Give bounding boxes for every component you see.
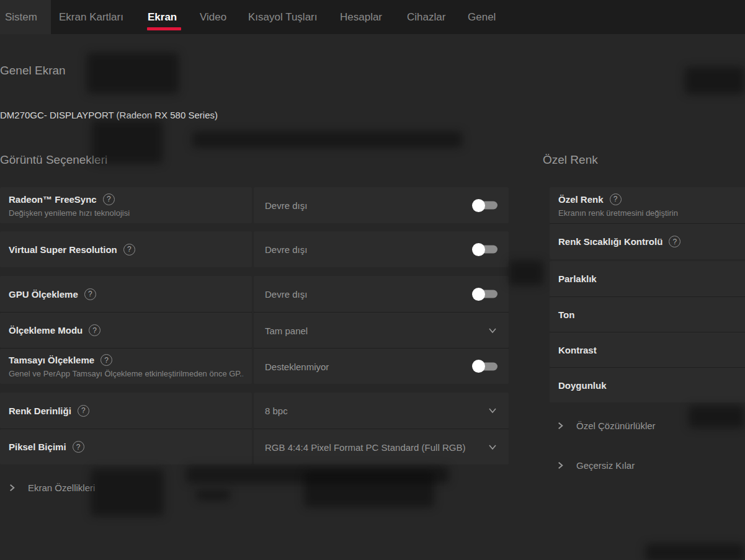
help-icon[interactable]: ? bbox=[73, 441, 84, 453]
blurred-region bbox=[192, 131, 462, 148]
freesync-value-cell: Devre dışı bbox=[254, 187, 509, 223]
expander-label: Özel Çözünürlükler bbox=[576, 420, 656, 431]
expander-overrides[interactable]: Geçersiz Kılar bbox=[556, 460, 635, 471]
help-icon[interactable]: ? bbox=[610, 193, 622, 205]
setting-row-saturation[interactable]: Doygunluk bbox=[550, 367, 745, 402]
setting-label: Renk Sıcaklığı Kontrolü bbox=[558, 236, 662, 247]
setting-label: Kontrast bbox=[558, 345, 597, 355]
group-color-format: Renk Derinliği ? 8 bpc Piksel Biçimi ? R… bbox=[0, 393, 509, 464]
setting-row-freesync: Radeon™ FreeSync ? Değişken yenileme hız… bbox=[0, 187, 509, 223]
expander-custom-resolutions[interactable]: Özel Çözünürlükler bbox=[556, 420, 656, 431]
tab-hesaplar[interactable]: Hesaplar bbox=[340, 0, 382, 34]
setting-label: Ton bbox=[558, 309, 574, 320]
setting-label: Renk Derinliği bbox=[9, 406, 71, 416]
setting-label: Parlaklık bbox=[558, 273, 597, 284]
help-icon[interactable]: ? bbox=[669, 236, 680, 247]
group-custom-color: Özel Renk ? Ekranın renk üretmesini deği… bbox=[550, 187, 745, 259]
help-icon[interactable]: ? bbox=[123, 244, 135, 256]
vsr-label-cell: Virtual Super Resolution ? bbox=[0, 231, 252, 267]
pixel-format-label-cell: Piksel Biçimi ? bbox=[0, 429, 252, 464]
toggle-switch[interactable] bbox=[474, 290, 497, 298]
setting-row-vsr: Virtual Super Resolution ? Devre dışı bbox=[0, 231, 509, 267]
freesync-label-cell: Radeon™ FreeSync ? Değişken yenileme hız… bbox=[0, 187, 252, 223]
active-tab-underline bbox=[147, 27, 181, 30]
blurred-region bbox=[196, 490, 230, 500]
help-icon[interactable]: ? bbox=[84, 288, 96, 300]
setting-row-color-temperature[interactable]: Renk Sıcaklığı Kontrolü ? bbox=[550, 223, 745, 259]
setting-row-scaling-mode: Ölçekleme Modu ? Tam panel bbox=[0, 312, 509, 348]
setting-row-pixel-format: Piksel Biçimi ? RGB 4:4:4 Pixel Format P… bbox=[0, 429, 509, 464]
setting-subtitle: Ekranın renk üretmesini değiştirin bbox=[558, 208, 745, 218]
chevron-right-icon bbox=[556, 461, 565, 470]
chevron-right-icon bbox=[7, 483, 17, 492]
chevron-down-icon bbox=[488, 326, 497, 336]
integer-scaling-label-cell: Tamsayı Ölçekleme ? Genel ve PerApp Tams… bbox=[0, 348, 252, 384]
toggle-knob bbox=[472, 199, 485, 212]
toggle-knob bbox=[472, 243, 485, 256]
setting-value: Devre dışı bbox=[265, 244, 307, 255]
expander-label: Geçersiz Kılar bbox=[576, 460, 635, 471]
vsr-value-cell: Devre dışı bbox=[254, 231, 509, 267]
chevron-right-icon bbox=[556, 421, 565, 430]
toggle-switch[interactable] bbox=[474, 202, 497, 210]
setting-row-contrast[interactable]: Kontrast bbox=[550, 332, 745, 367]
page-title: Genel Ekran bbox=[0, 64, 66, 78]
blurred-region bbox=[685, 67, 745, 94]
blurred-region bbox=[645, 544, 745, 560]
pixel-format-dropdown[interactable]: RGB 4:4:4 Pixel Format PC Standard (Full… bbox=[254, 429, 509, 464]
setting-row-color-depth: Renk Derinliği ? 8 bpc bbox=[0, 393, 509, 429]
section-heading-custom-color: Özel Renk bbox=[543, 153, 598, 167]
setting-label: Radeon™ FreeSync bbox=[9, 194, 97, 205]
tab-kisayol-tuslari[interactable]: Kısayol Tuşları bbox=[248, 0, 318, 34]
gpu-scaling-label-cell: GPU Ölçekleme ? bbox=[0, 276, 252, 312]
gpu-scaling-value-cell: Devre dışı bbox=[254, 276, 509, 312]
tab-ekran-kartlari[interactable]: Ekran Kartları bbox=[59, 0, 123, 34]
scaling-mode-dropdown[interactable]: Tam panel bbox=[254, 312, 509, 348]
tab-video[interactable]: Video bbox=[200, 0, 226, 34]
help-icon[interactable]: ? bbox=[89, 324, 100, 336]
setting-label: Virtual Super Resolution bbox=[9, 244, 117, 255]
expander-display-properties[interactable]: Ekran Özellikleri bbox=[7, 482, 95, 493]
setting-label: Tamsayı Ölçekleme bbox=[9, 355, 94, 365]
color-depth-dropdown[interactable]: 8 bpc bbox=[254, 393, 509, 429]
setting-row-gpu-scaling: GPU Ölçekleme ? Devre dışı bbox=[0, 276, 509, 312]
help-icon[interactable]: ? bbox=[103, 193, 115, 205]
color-depth-label-cell: Renk Derinliği ? bbox=[0, 393, 252, 429]
blurred-region bbox=[304, 471, 434, 507]
top-navigation-bar: Sistem Ekran Kartları Ekran Video Kısayo… bbox=[0, 0, 745, 34]
toggle-knob bbox=[472, 288, 485, 301]
tab-sistem[interactable]: Sistem bbox=[5, 0, 37, 34]
setting-row-custom-color[interactable]: Özel Renk ? Ekranın renk üretmesini deği… bbox=[550, 187, 745, 223]
setting-label: Ölçekleme Modu bbox=[9, 325, 83, 336]
group-freesync: Radeon™ FreeSync ? Değişken yenileme hız… bbox=[0, 187, 509, 223]
setting-row-brightness[interactable]: Parlaklık bbox=[550, 261, 745, 296]
chevron-down-icon bbox=[488, 442, 497, 452]
dropdown-selected-value: Tam panel bbox=[265, 325, 308, 336]
tab-genel[interactable]: Genel bbox=[468, 0, 496, 34]
toggle-knob bbox=[472, 360, 485, 373]
dropdown-selected-value: RGB 4:4:4 Pixel Format PC Standard (Full… bbox=[265, 442, 465, 452]
integer-scaling-value-cell: Desteklenmiyor bbox=[254, 348, 509, 384]
setting-row-hue[interactable]: Ton bbox=[550, 296, 745, 332]
setting-label: Doygunluk bbox=[558, 380, 607, 391]
help-icon[interactable]: ? bbox=[100, 354, 112, 366]
group-scaling: GPU Ölçekleme ? Devre dışı Ölçekleme Mod… bbox=[0, 276, 509, 384]
blurred-region bbox=[87, 53, 179, 94]
toggle-switch[interactable] bbox=[474, 362, 497, 370]
setting-subtitle: Genel ve PerApp Tamsayı Ölçekleme etkinl… bbox=[9, 369, 243, 378]
toggle-switch[interactable] bbox=[474, 246, 497, 254]
chevron-down-icon bbox=[488, 406, 497, 416]
setting-label: Özel Renk bbox=[558, 194, 604, 205]
expander-label: Ekran Özellikleri bbox=[28, 482, 95, 493]
display-device-name: DM270GC- DISPLAYPORT (Radeon RX 580 Seri… bbox=[0, 110, 218, 120]
setting-value: Devre dışı bbox=[265, 200, 307, 211]
setting-value: Devre dışı bbox=[265, 289, 307, 300]
setting-label: Piksel Biçimi bbox=[9, 442, 66, 452]
blurred-region bbox=[689, 406, 745, 428]
setting-value: Desteklenmiyor bbox=[265, 361, 329, 371]
setting-row-integer-scaling: Tamsayı Ölçekleme ? Genel ve PerApp Tams… bbox=[0, 348, 509, 384]
scaling-mode-label-cell: Ölçekleme Modu ? bbox=[0, 312, 252, 348]
group-color-adjustments: Parlaklık Ton Kontrast Doygunluk bbox=[550, 261, 745, 402]
tab-cihazlar[interactable]: Cihazlar bbox=[407, 0, 445, 34]
help-icon[interactable]: ? bbox=[78, 405, 89, 417]
